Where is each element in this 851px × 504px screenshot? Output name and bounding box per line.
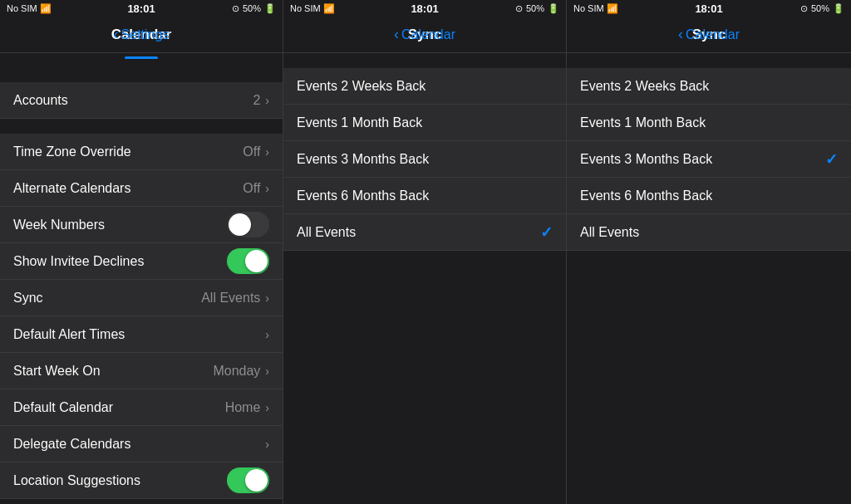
nav-bar-middle: ‹ Calendar Sync (283, 17, 566, 53)
status-right-right: ⊙ 50% 🔋 (800, 3, 844, 14)
alternate-calendars-right: Off › (243, 181, 269, 196)
default-calendar-value: Home (225, 400, 261, 415)
sync-item-3months-right[interactable]: Events 3 Months Back ✓ (567, 141, 851, 178)
sync-allevents-check-middle: ✓ (540, 223, 553, 242)
start-week-label: Start Week On (13, 364, 101, 379)
carrier-left: No SIM (7, 3, 37, 13)
location-suggestions-toggle[interactable] (227, 467, 269, 493)
location-icon-right: ⊙ (800, 3, 808, 14)
scroll-indicator-row (0, 53, 283, 61)
sync-section-right: Events 2 Weeks Back ✓ Events 1 Month Bac… (567, 68, 851, 251)
sync-item-allevents-right[interactable]: All Events ✓ (567, 214, 851, 251)
week-numbers-label: Week Numbers (13, 218, 105, 232)
settings-item-sync[interactable]: Sync All Events › (0, 280, 283, 316)
default-alert-right: › (265, 328, 269, 341)
settings-item-alternate-calendars[interactable]: Alternate Calendars Off › (0, 170, 283, 207)
accounts-chevron: › (265, 94, 269, 107)
battery-percent-left: 50% (243, 3, 261, 13)
start-week-right: Monday › (213, 364, 269, 379)
section-gap-accounts (0, 61, 283, 76)
timezone-chevron: › (265, 145, 269, 159)
timezone-value: Off (243, 144, 260, 159)
back-label-right: Calendar (686, 27, 740, 42)
settings-item-location-suggestions[interactable]: Location Suggestions (0, 462, 283, 499)
timezone-label: Time Zone Override (13, 144, 131, 159)
alternate-calendars-chevron: › (265, 182, 269, 195)
back-button-right[interactable]: ‹ Calendar (678, 26, 740, 43)
week-numbers-toggle[interactable] (227, 212, 269, 237)
time-middle: 18:01 (411, 2, 438, 15)
sync-label: Sync (13, 291, 43, 306)
accounts-right: 2 › (253, 93, 269, 108)
scroll-indicator (125, 56, 158, 59)
sync-item-allevents-middle[interactable]: All Events ✓ (283, 214, 566, 251)
sync-item-3months-middle[interactable]: Events 3 Months Back ✓ (283, 141, 566, 178)
sync-item-2weeks-right[interactable]: Events 2 Weeks Back ✓ (567, 68, 851, 105)
accounts-section: Accounts 2 › (0, 82, 283, 119)
settings-item-week-numbers[interactable]: Week Numbers (0, 207, 283, 243)
carrier-right: No SIM (573, 3, 604, 13)
status-left: No SIM 📶 (7, 3, 52, 14)
carrier-middle: No SIM (290, 3, 321, 13)
sync-1month-label-middle: Events 1 Month Back (297, 115, 422, 130)
start-week-value: Monday (213, 364, 260, 379)
sync-6months-label-right: Events 6 Months Back (580, 188, 712, 203)
sync-right: All Events › (201, 291, 269, 306)
panel-right: No SIM 📶 18:01 ⊙ 50% 🔋 ‹ Calendar Sync E… (567, 0, 851, 504)
battery-icon-left: 🔋 (264, 3, 276, 14)
battery-icon-right: 🔋 (833, 3, 844, 14)
time-right: 18:01 (695, 2, 722, 15)
section-gap-main (0, 119, 283, 134)
settings-item-default-alert[interactable]: Default Alert Times › (0, 316, 283, 353)
sync-section-middle: Events 2 Weeks Back ✓ Events 1 Month Bac… (283, 68, 566, 251)
settings-item-timezone[interactable]: Time Zone Override Off › (0, 134, 283, 170)
section-gap-sync-right (567, 53, 851, 68)
default-calendar-chevron: › (265, 401, 269, 414)
back-button-middle[interactable]: ‹ Calendar (394, 26, 455, 43)
battery-percent-right: 50% (811, 3, 829, 13)
wifi-icon-left: 📶 (40, 3, 52, 14)
sync-allevents-label-middle: All Events (297, 225, 356, 240)
sync-value: All Events (201, 291, 260, 306)
sync-3months-label-middle: Events 3 Months Back (297, 152, 429, 167)
default-calendar-label: Default Calendar (13, 400, 113, 415)
settings-item-show-invitee[interactable]: Show Invitee Declines (0, 243, 283, 280)
accounts-label: Accounts (13, 93, 68, 108)
alternate-calendars-label: Alternate Calendars (13, 181, 130, 196)
delegate-calendars-label: Delegate Calendars (13, 437, 130, 452)
sync-item-6months-middle[interactable]: Events 6 Months Back ✓ (283, 178, 566, 214)
sync-item-6months-right[interactable]: Events 6 Months Back ✓ (567, 178, 851, 214)
sync-allevents-label-right: All Events (580, 225, 639, 240)
back-label-left: Settings (121, 27, 170, 42)
delegate-calendars-right: › (265, 438, 269, 451)
sync-3months-check-right: ✓ (825, 150, 838, 169)
timezone-right: Off › (243, 144, 269, 159)
back-chevron-middle: ‹ (394, 26, 399, 43)
sync-item-1month-middle[interactable]: Events 1 Month Back ✓ (283, 105, 566, 141)
show-invitee-toggle[interactable] (227, 248, 269, 274)
status-bar-left: No SIM 📶 18:01 ⊙ 50% 🔋 (0, 0, 283, 17)
show-invitee-label: Show Invitee Declines (13, 254, 144, 269)
settings-item-start-week[interactable]: Start Week On Monday › (0, 353, 283, 389)
section-gap-sync-middle (283, 53, 566, 68)
sync-item-2weeks-middle[interactable]: Events 2 Weeks Back ✓ (283, 68, 566, 105)
start-week-chevron: › (265, 365, 269, 378)
accounts-badge: 2 (253, 93, 260, 108)
location-suggestions-label: Location Suggestions (13, 473, 140, 488)
sync-item-1month-right[interactable]: Events 1 Month Back ✓ (567, 105, 851, 141)
status-right-middle: ⊙ 50% 🔋 (515, 3, 559, 14)
settings-item-default-calendar[interactable]: Default Calendar Home › (0, 389, 283, 426)
sync-1month-label-right: Events 1 Month Back (580, 115, 706, 130)
sync-3months-label-right: Events 3 Months Back (580, 152, 712, 167)
settings-item-delegate-calendars[interactable]: Delegate Calendars › (0, 426, 283, 462)
show-invitee-toggle-knob (245, 250, 268, 272)
settings-item-accounts[interactable]: Accounts 2 › (0, 82, 283, 119)
back-button-left[interactable]: ‹ Settings (114, 26, 170, 43)
default-calendar-right: Home › (225, 400, 269, 415)
week-numbers-toggle-knob (229, 213, 251, 236)
sync-2weeks-label-middle: Events 2 Weeks Back (297, 79, 426, 94)
panel-left: No SIM 📶 18:01 ⊙ 50% 🔋 ‹ Settings Calend… (0, 0, 283, 504)
alternate-calendars-value: Off (243, 181, 260, 196)
location-icon-left: ⊙ (232, 3, 239, 14)
status-left-middle: No SIM 📶 (290, 3, 335, 14)
